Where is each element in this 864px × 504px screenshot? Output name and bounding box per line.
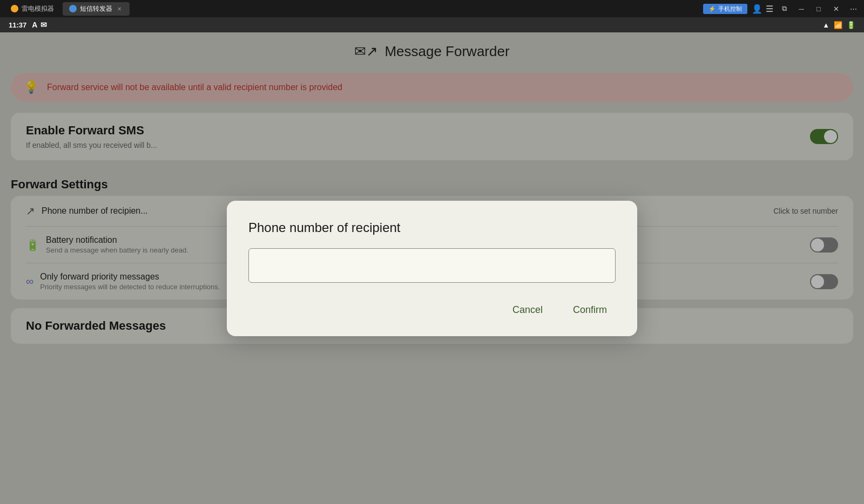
main-content: ✉↗ Message Forwarder 💡 Forward service w… [0, 32, 864, 504]
phone-dialog: Phone number of recipient Cancel Confirm [227, 201, 637, 336]
titlebar-right: ⚡ 手机控制 👤 ☰ ⧉ ─ □ ✕ ⋯ [703, 3, 860, 14]
tab-ld-label: 雷电模拟器 [22, 4, 54, 13]
ld-icon [11, 5, 18, 12]
wifi-icon: ▲ [822, 21, 829, 29]
titlebar-action-icons: 👤 ☰ [752, 4, 773, 14]
statusbar: 11:37 A ✉ ▲ 📶 🔋 [0, 17, 864, 32]
sms-icon [69, 5, 77, 12]
dialog-overlay: Phone number of recipient Cancel Confirm [0, 32, 864, 504]
titlebar: 雷电模拟器 短信转发器 ✕ ⚡ 手机控制 👤 ☰ ⧉ ─ □ ✕ ⋯ [0, 0, 864, 17]
window-more-btn[interactable]: ⋯ [847, 3, 860, 14]
battery-icon: 🔋 [847, 21, 855, 29]
dialog-title: Phone number of recipient [248, 220, 616, 235]
status-a-icon: A [32, 21, 37, 29]
window-maximize-btn[interactable]: □ [812, 3, 825, 14]
confirm-button[interactable]: Confirm [564, 300, 616, 320]
phone-ctrl-label: 手机控制 [718, 5, 742, 13]
tab-ld[interactable]: 雷电模拟器 [4, 2, 60, 16]
phone-ctrl-button[interactable]: ⚡ 手机控制 [703, 4, 747, 14]
cancel-button[interactable]: Cancel [504, 300, 551, 320]
window-minimize-btn[interactable]: ─ [795, 3, 808, 14]
tab-sms[interactable]: 短信转发器 ✕ [63, 2, 130, 16]
tab-close-icon[interactable]: ✕ [116, 5, 123, 12]
phone-input[interactable] [248, 248, 616, 283]
window-restore-btn[interactable]: ⧉ [778, 3, 791, 14]
dialog-buttons: Cancel Confirm [248, 300, 616, 320]
user-icon[interactable]: 👤 [752, 4, 762, 14]
tab-sms-label: 短信转发器 [80, 4, 112, 13]
statusbar-right: ▲ 📶 🔋 [822, 21, 855, 29]
window-close-btn[interactable]: ✕ [829, 3, 842, 14]
menu-icon[interactable]: ☰ [766, 4, 773, 14]
status-time: 11:37 [9, 21, 26, 29]
status-mail-icon: ✉ [40, 21, 47, 29]
lightning-icon: ⚡ [708, 5, 716, 12]
signal-icon: 📶 [834, 21, 842, 29]
